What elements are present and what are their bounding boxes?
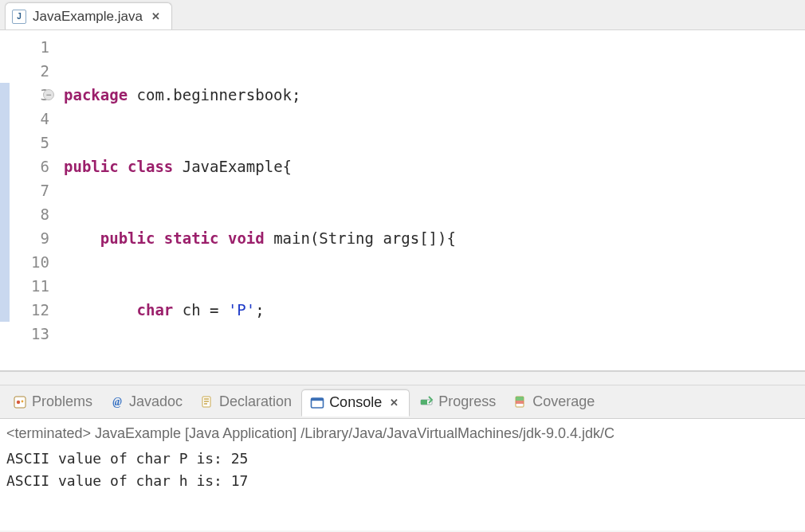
declaration-icon — [200, 395, 214, 409]
line-number: 8 — [0, 202, 54, 226]
editor-tab-label: JavaExample.java — [33, 9, 143, 25]
sash-divider[interactable] — [0, 371, 805, 385]
line-number: 10 — [0, 250, 54, 274]
tab-declaration[interactable]: Declaration — [192, 389, 300, 416]
console-output-line: ASCII value of char h is: 17 — [0, 470, 805, 492]
javadoc-icon: @ — [110, 395, 124, 409]
line-number: 3 — [0, 83, 54, 107]
view-label: Progress — [438, 393, 496, 410]
view-label: Javadoc — [129, 393, 183, 410]
line-number: 2 — [0, 59, 54, 83]
console-view: <terminated> JavaExample [Java Applicati… — [0, 419, 805, 530]
console-icon — [310, 396, 324, 410]
svg-rect-7 — [421, 400, 427, 405]
svg-rect-5 — [312, 398, 324, 401]
view-label: Console — [329, 394, 382, 411]
console-output-line: ASCII value of char P is: 25 — [0, 448, 805, 470]
code-line: public class JavaExample{ — [64, 155, 805, 178]
code-line: package com.beginnersbook; — [64, 83, 805, 107]
line-number: 7 — [0, 178, 54, 202]
tab-problems[interactable]: Problems — [5, 389, 100, 416]
code-line: char ch2 = 'h'; — [64, 370, 805, 370]
view-label: Problems — [32, 393, 92, 410]
line-number: 13 — [0, 322, 54, 346]
progress-icon — [419, 395, 434, 409]
line-number: 9 — [0, 226, 54, 250]
view-label: Coverage — [532, 393, 595, 410]
line-number: 5 — [0, 131, 54, 155]
svg-rect-10 — [516, 401, 524, 404]
code-line: char ch = 'P'; — [64, 298, 805, 322]
editor-tabstrip: J JavaExample.java ✕ — [0, 0, 805, 30]
line-number: 4 — [0, 107, 54, 131]
tab-javadoc[interactable]: @ Javadoc — [102, 389, 190, 416]
code-line: public static void main(String args[]){ — [64, 226, 805, 250]
line-gutter: 12345678910111213 — [0, 30, 54, 370]
line-number: 1 — [0, 35, 54, 59]
fold-toggle-icon[interactable] — [43, 89, 54, 100]
svg-rect-9 — [516, 397, 524, 401]
svg-point-2 — [22, 400, 24, 402]
tab-progress[interactable]: Progress — [411, 389, 504, 416]
tab-coverage[interactable]: Coverage — [505, 389, 603, 416]
coverage-icon — [513, 395, 528, 409]
tab-console[interactable]: Console ✕ — [301, 389, 410, 417]
editor-tab-javaexample[interactable]: J JavaExample.java ✕ — [5, 2, 172, 29]
line-number: 11 — [0, 274, 54, 298]
view-label: Declaration — [219, 393, 292, 410]
code-area[interactable]: package com.beginnersbook; public class … — [54, 30, 805, 370]
line-number: 6 — [0, 155, 54, 178]
svg-point-1 — [17, 400, 20, 403]
close-icon[interactable]: ✕ — [387, 396, 401, 410]
close-icon[interactable]: ✕ — [149, 10, 163, 24]
problems-icon — [13, 395, 27, 409]
views-tabstrip: Problems @ Javadoc Declaration Console ✕… — [0, 385, 805, 419]
line-number: 12 — [0, 298, 54, 322]
console-status-line: <terminated> JavaExample [Java Applicati… — [0, 422, 805, 448]
code-editor[interactable]: 12345678910111213 package com.beginnersb… — [0, 30, 805, 371]
java-file-icon: J — [12, 10, 26, 24]
